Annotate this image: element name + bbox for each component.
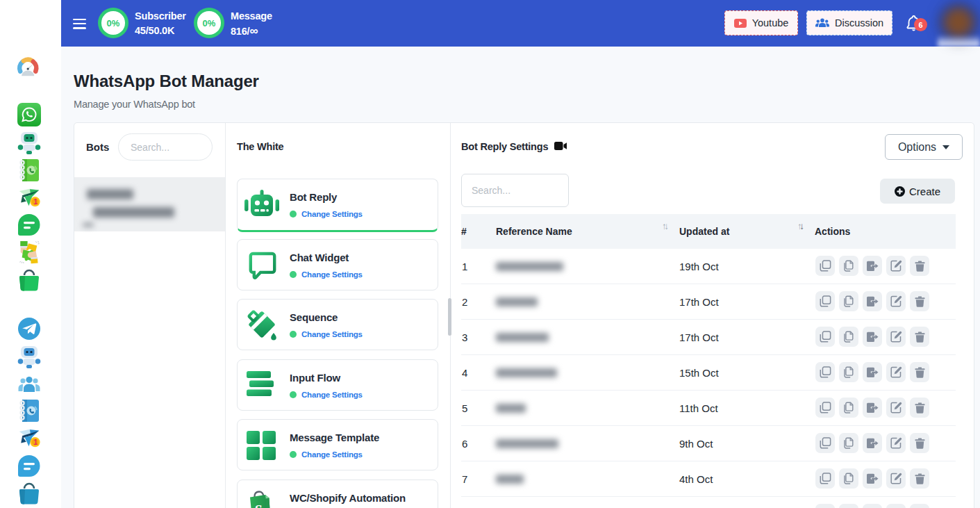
svg-text:1: 1 [33, 197, 38, 206]
svg-text:1: 1 [33, 438, 38, 446]
svg-text:S: S [254, 502, 262, 508]
